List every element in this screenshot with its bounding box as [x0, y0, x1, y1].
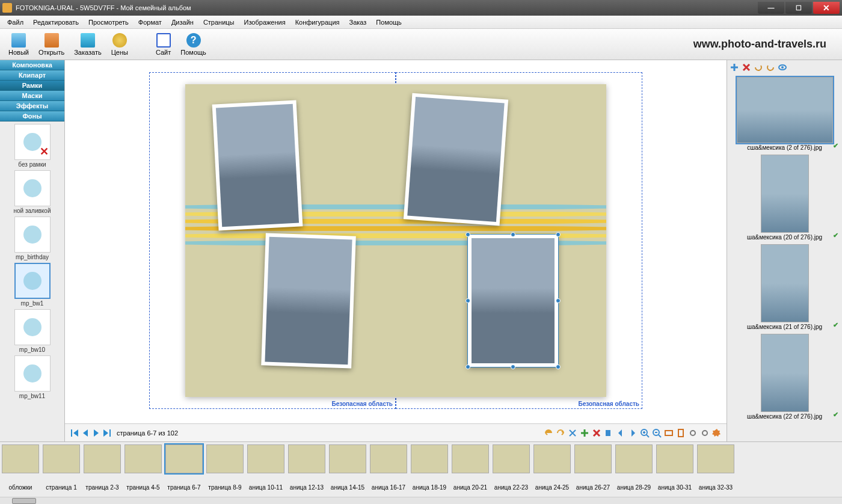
undo-icon[interactable]: [544, 428, 553, 438]
frame-thumb: [14, 309, 51, 345]
page-thumb[interactable]: аница 32-33: [695, 442, 736, 497]
resize-handle[interactable]: [466, 364, 470, 369]
page-thumb[interactable]: аница 18-19: [409, 442, 450, 497]
last-page-icon[interactable]: [102, 428, 112, 438]
tab-Эффекты[interactable]: Эффекты: [0, 101, 64, 111]
page-thumb[interactable]: обложки: [0, 442, 41, 497]
image-item[interactable]: сша&мексика (2 of 276).jpg✔: [730, 77, 840, 151]
first-page-icon[interactable]: [70, 428, 79, 438]
move-left-icon[interactable]: [616, 428, 625, 438]
move-right-icon[interactable]: [628, 428, 638, 438]
tool-Помощь[interactable]: ?Помощь: [176, 32, 211, 57]
rotate-cw-icon[interactable]: [766, 63, 775, 72]
page-thumb[interactable]: аница 28-29: [613, 442, 654, 497]
menu-Помощь[interactable]: Помощь: [371, 17, 407, 27]
frame-item[interactable]: mp_bw10: [2, 309, 62, 353]
page-thumb[interactable]: траница 4-5: [123, 442, 164, 497]
frame-item[interactable]: mp_birthday: [2, 217, 62, 260]
resize-handle[interactable]: [556, 232, 561, 237]
photo-3[interactable]: [404, 93, 508, 226]
image-item[interactable]: ша&мексика (21 of 276).jpg✔: [730, 244, 840, 330]
minimize-button[interactable]: —: [758, 2, 784, 14]
add-icon[interactable]: [580, 428, 589, 438]
canvas-controls: страница 6-7 из 102: [65, 423, 727, 441]
maximize-button[interactable]: ☐: [785, 2, 812, 14]
redo-icon[interactable]: [556, 428, 565, 438]
next-page-icon[interactable]: [91, 428, 101, 438]
page-thumb[interactable]: аница 20-21: [450, 442, 491, 497]
zoom-in-icon[interactable]: [640, 428, 650, 438]
page-thumb[interactable]: аница 24-25: [532, 442, 573, 497]
image-item[interactable]: ша&мексика (22 of 276).jpg✔: [730, 334, 840, 420]
fit-width-icon[interactable]: [664, 428, 674, 438]
page-thumb[interactable]: аница 22-23: [491, 442, 532, 497]
tab-Фоны[interactable]: Фоны: [0, 111, 64, 121]
page-thumb[interactable]: аница 12-13: [286, 442, 327, 497]
tool-Сайт[interactable]: Сайт: [151, 32, 176, 57]
page-background[interactable]: [185, 84, 606, 397]
tab-Клипарт[interactable]: Клипарт: [0, 70, 64, 81]
resize-handle[interactable]: [466, 298, 470, 303]
resize-handle[interactable]: [511, 364, 515, 369]
menu-Файл[interactable]: Файл: [2, 17, 28, 27]
tab-Компоновка[interactable]: Компоновка: [0, 60, 64, 70]
page-thumb[interactable]: аница 26-27: [573, 442, 613, 497]
rotate-ccw-icon[interactable]: [754, 63, 763, 72]
menu-Формат[interactable]: Формат: [134, 17, 167, 27]
menubar: ФайлРедактироватьПросмотретьФорматДизайн…: [0, 16, 842, 29]
horizontal-scrollbar[interactable]: [0, 497, 842, 504]
tool-Открыть[interactable]: Открыть: [34, 32, 69, 57]
page-thumb[interactable]: траница 2-3: [82, 442, 123, 497]
add-image-icon[interactable]: [730, 63, 739, 72]
menu-Изображения[interactable]: Изображения: [239, 17, 290, 27]
menu-Заказ[interactable]: Заказ: [345, 17, 372, 27]
page-thumb-img: [615, 444, 653, 473]
canvas-scroll[interactable]: Безопасная область Безопасная область: [65, 60, 727, 423]
rotate-right-icon[interactable]: [700, 428, 710, 438]
page-spread[interactable]: Безопасная область Безопасная область: [149, 72, 642, 409]
page-thumb[interactable]: страница 1: [41, 442, 82, 497]
page-thumb[interactable]: аница 10-11: [245, 442, 286, 497]
resize-handle[interactable]: [466, 232, 470, 237]
settings-icon[interactable]: [712, 428, 722, 438]
page-thumb[interactable]: аница 30-31: [654, 442, 695, 497]
frame-item[interactable]: mp_bw1: [2, 263, 62, 307]
page-thumb[interactable]: траница 6-7: [164, 442, 204, 497]
menu-Просмотреть[interactable]: Просмотреть: [84, 17, 134, 27]
tool-Заказать[interactable]: Заказать: [69, 32, 106, 57]
tab-Маски[interactable]: Маски: [0, 91, 64, 101]
copy-icon[interactable]: [604, 428, 613, 438]
prev-page-icon[interactable]: [81, 428, 90, 438]
tool-Новый[interactable]: Новый: [4, 32, 34, 57]
menu-Страницы[interactable]: Страницы: [198, 17, 239, 27]
page-thumb[interactable]: траница 8-9: [204, 442, 245, 497]
tool-Цены[interactable]: Цены: [106, 32, 133, 57]
scrollbar-thumb[interactable]: [12, 498, 36, 504]
filmstrip[interactable]: обложкистраница 1траница 2-3траница 4-5т…: [0, 441, 842, 497]
resize-handle[interactable]: [556, 364, 561, 369]
menu-Дизайн[interactable]: Дизайн: [167, 17, 198, 27]
frame-item[interactable]: ✕без рамки: [2, 124, 62, 168]
tab-Рамки[interactable]: Рамки: [0, 81, 64, 91]
page-thumb[interactable]: аница 14-15: [327, 442, 368, 497]
rotate-left-icon[interactable]: [688, 428, 698, 438]
photo-2[interactable]: [261, 233, 356, 368]
photo-4-selected[interactable]: [468, 235, 558, 367]
delete-icon[interactable]: [592, 428, 601, 438]
zoom-out-icon[interactable]: [652, 428, 662, 438]
cut-icon[interactable]: [568, 428, 577, 438]
frame-item[interactable]: ной заливкой: [2, 170, 62, 214]
fit-page-icon[interactable]: [676, 428, 686, 438]
image-thumb: [761, 155, 809, 233]
image-item[interactable]: ша&мексика (20 of 276).jpg✔: [730, 155, 840, 241]
menu-Редактировать[interactable]: Редактировать: [28, 17, 84, 27]
page-thumb[interactable]: аница 16-17: [368, 442, 409, 497]
close-button[interactable]: ✕: [813, 2, 840, 14]
menu-Конфигурация[interactable]: Конфигурация: [290, 17, 345, 27]
preview-icon[interactable]: [778, 63, 787, 72]
remove-image-icon[interactable]: [742, 63, 751, 72]
frame-item[interactable]: mp_bw11: [2, 355, 62, 399]
resize-handle[interactable]: [511, 232, 515, 237]
photo-1[interactable]: [212, 100, 303, 230]
resize-handle[interactable]: [556, 298, 561, 303]
